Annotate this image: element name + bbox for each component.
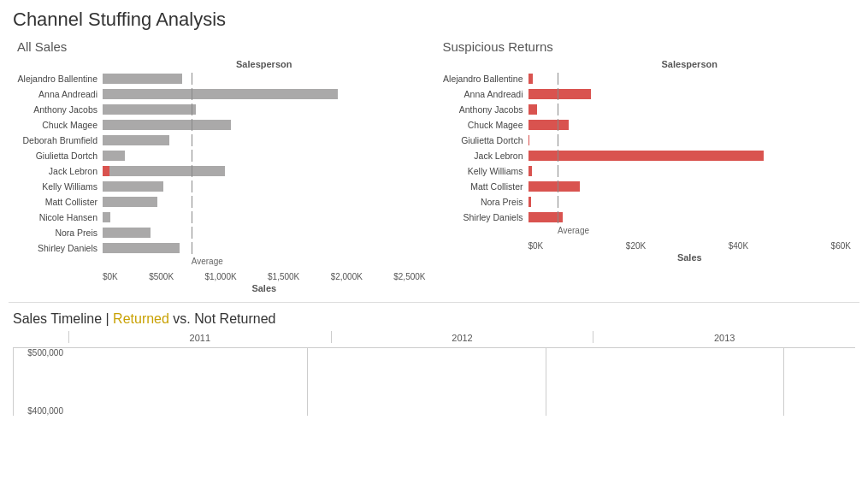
bar-area — [528, 180, 852, 192]
xaxis-tick: $1,000K — [204, 272, 236, 281]
timeline-section: Sales Timeline | Returned vs. Not Return… — [0, 307, 868, 420]
timeline-grid-line — [307, 348, 308, 416]
bar-fill — [103, 181, 163, 192]
avg-line — [558, 165, 559, 177]
bar-area — [103, 104, 426, 115]
bar-row: Matt Collister — [443, 180, 852, 193]
timeline-container: 201120122013 $500,000 $400,000 — [13, 331, 855, 416]
bar-row: Chuck Magee — [443, 118, 852, 132]
bar-row: Jack Lebron — [443, 149, 852, 163]
all-sales-xaxis: $0K$500K$1,000K$1,500K$2,000K$2,500K — [103, 272, 426, 281]
bar-fill — [528, 151, 765, 161]
bar-row-label: Kelly Williams — [17, 181, 103, 192]
xaxis-tick: $0K — [528, 241, 544, 251]
bar-fill — [103, 151, 125, 161]
bar-area — [528, 134, 852, 146]
bar-area — [103, 119, 426, 131]
timeline-inner — [69, 348, 855, 416]
bar-area — [103, 73, 426, 85]
bar-row-label: Nora Preis — [17, 228, 103, 238]
bar-row: Anna Andreadi — [17, 87, 426, 101]
bar-row: Nora Preis — [17, 226, 426, 240]
avg-label: Average — [558, 226, 589, 235]
bar-fill — [528, 74, 533, 84]
bar-fill — [103, 104, 196, 115]
bar-row: Jack Lebron — [17, 164, 426, 178]
bar-fill — [103, 120, 231, 130]
avg-line — [192, 119, 193, 131]
bar-row-label: Jack Lebron — [17, 166, 103, 176]
bar-row: Kelly Williams — [17, 180, 426, 193]
avg-line — [192, 227, 193, 239]
bar-area — [528, 196, 852, 208]
suspicious-returns-section: Suspicious Returns Salesperson Alejandro… — [434, 35, 860, 298]
timeline-grid-line — [783, 348, 784, 416]
timeline-title: Sales Timeline | Returned vs. Not Return… — [13, 311, 855, 327]
page-title: Channel Stuffing Analysis — [0, 0, 868, 35]
bar-area — [103, 211, 426, 223]
avg-line — [558, 196, 559, 208]
bar-row: Chuck Magee — [17, 118, 426, 132]
bar-fill — [103, 243, 180, 253]
xaxis-tick: $20K — [626, 241, 646, 251]
suspicious-returns-chart: Salesperson Alejandro BallentineAnna And… — [443, 59, 852, 263]
timeline-year: 2011 — [68, 331, 331, 343]
bar-row: Giulietta Dortch — [17, 149, 426, 163]
bar-row-label: Anna Andreadi — [443, 89, 528, 99]
y-label-500k: $500,000 — [14, 348, 63, 358]
bar-area — [103, 88, 426, 100]
bar-fill-red — [103, 166, 109, 176]
y-label-400k: $400,000 — [14, 406, 63, 416]
bar-area — [103, 242, 426, 254]
bar-area — [528, 165, 852, 177]
bar-row-label: Anthony Jacobs — [17, 104, 103, 115]
timeline-separator: | — [102, 311, 113, 326]
xaxis-tick: $0K — [103, 272, 118, 281]
timeline-year: 2012 — [331, 331, 593, 343]
bar-row: Shirley Daniels — [443, 210, 852, 224]
bar-fill — [528, 135, 529, 145]
bar-row-label: Shirley Daniels — [443, 212, 528, 222]
bar-area — [528, 119, 852, 131]
bar-row-label: Anthony Jacobs — [443, 104, 528, 115]
avg-line — [192, 196, 193, 208]
timeline-year: 2013 — [593, 331, 855, 343]
timeline-title-1: Sales Timeline — [13, 311, 102, 326]
bar-row: Alejandro Ballentine — [443, 72, 852, 86]
bar-row: Alejandro Ballentine — [17, 72, 426, 86]
bar-row: Anthony Jacobs — [443, 103, 852, 116]
avg-line — [192, 73, 193, 85]
xaxis-tick: $60K — [831, 241, 851, 251]
bar-row-label: Shirley Daniels — [17, 243, 103, 253]
bar-row: Nicole Hansen — [17, 210, 426, 224]
all-sales-title: All Sales — [17, 39, 426, 54]
suspicious-returns-xaxis: $0K$20K$40K$60K — [528, 241, 852, 251]
avg-line — [558, 134, 559, 146]
bar-area — [103, 150, 426, 162]
timeline-returned: Returned — [113, 311, 169, 326]
avg-line — [192, 211, 193, 223]
xaxis-tick: $40K — [729, 241, 748, 251]
bar-row-label: Giulietta Dortch — [17, 151, 103, 161]
bar-fill — [103, 74, 182, 84]
avg-line — [192, 88, 193, 100]
section-divider — [9, 302, 859, 303]
bar-area — [528, 211, 852, 223]
bar-fill — [528, 120, 569, 130]
avg-line — [558, 88, 559, 100]
bar-fill-gray — [109, 166, 225, 176]
suspicious-returns-header: Salesperson — [528, 59, 852, 69]
bar-area — [103, 196, 426, 208]
bar-row-label: Alejandro Ballentine — [17, 74, 103, 84]
timeline-grid-line — [546, 348, 546, 416]
avg-line — [192, 180, 193, 192]
bar-row-label: Anna Andreadi — [17, 89, 103, 99]
bar-row-label: Kelly Williams — [443, 166, 528, 176]
bar-row-label: Deborah Brumfield — [17, 135, 103, 145]
xaxis-tick: $500K — [149, 272, 174, 281]
all-sales-header: Salesperson — [103, 59, 426, 69]
bar-row-label: Chuck Magee — [17, 120, 103, 130]
bar-fill — [103, 89, 338, 99]
avg-label-row: Average — [103, 257, 426, 269]
all-sales-section: All Sales Salesperson Alejandro Ballenti… — [9, 35, 434, 298]
